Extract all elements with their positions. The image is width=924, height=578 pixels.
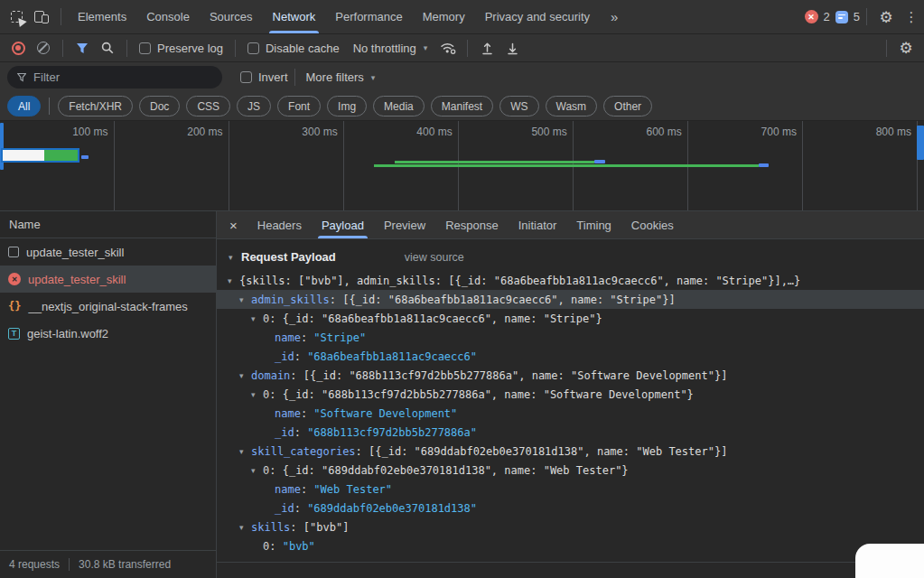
device-toolbar-button[interactable]	[29, 5, 54, 30]
view-source-link[interactable]: view source	[405, 251, 464, 264]
issues-badge-icon[interactable]	[835, 11, 848, 23]
error-badge-icon[interactable]: ✕	[805, 10, 818, 23]
network-settings-button[interactable]: ⚙	[893, 35, 919, 61]
waterfall-blue-tip	[759, 163, 769, 167]
main-menu-button[interactable]: ⋮	[899, 5, 924, 30]
chip-manifest[interactable]: Manifest	[431, 96, 493, 117]
network-conditions-button[interactable]	[435, 35, 461, 61]
payload-tree-row[interactable]: ▾0: {_id: "689ddabf02eb0e370181d138", na…	[217, 461, 924, 480]
throttling-select[interactable]: No throttling ▾	[345, 42, 436, 55]
tab-elements[interactable]: Elements	[68, 0, 136, 33]
payload-tree-row[interactable]: ▾skill_categories: [{_id: "689ddabf02eb0…	[217, 442, 924, 461]
payload-tree-row[interactable]: ▾{skills: ["bvb"], admin_skills: [{_id: …	[217, 271, 924, 290]
payload-tree-row[interactable]: ▾0: {_id: "68a6beafbb1a811ac9caecc6", na…	[217, 309, 924, 328]
request-row[interactable]: Tgeist-latin.woff2	[0, 320, 216, 347]
chip-all[interactable]: All	[7, 96, 41, 117]
clear-network-log-button[interactable]	[31, 35, 56, 61]
overview-right-handle[interactable]	[917, 126, 924, 160]
detail-tab-timing[interactable]: Timing	[566, 211, 621, 238]
triangle-expander-icon[interactable]: ▾	[251, 466, 263, 475]
network-overview[interactable]: 100 ms200 ms300 ms400 ms500 ms600 ms700 …	[0, 121, 924, 211]
requests-panel: Name update_tester_skill✕update_tester_s…	[0, 211, 217, 578]
invert-checkbox[interactable]	[240, 71, 252, 83]
kebab-menu-icon: ⋮	[905, 9, 919, 25]
xhr-request-icon	[8, 247, 19, 257]
detail-tab-response[interactable]: Response	[435, 211, 509, 238]
triangle-expander-icon[interactable]: ▾	[251, 390, 263, 399]
tab-performance[interactable]: Performance	[325, 0, 412, 33]
waterfall-selected-bar	[1, 148, 79, 163]
payload-tree-row[interactable]: _id: "688b113cf97d2bb5b277886a"	[217, 423, 924, 442]
detail-tab-payload[interactable]: Payload	[312, 211, 374, 238]
search-button[interactable]	[95, 35, 120, 61]
tab-sources[interactable]: Sources	[200, 0, 263, 33]
name-column-label: Name	[9, 218, 41, 231]
payload-tree-row[interactable]: name: "Software Development"	[217, 404, 924, 423]
payload-tree-row[interactable]: name: "Web Tester"	[217, 480, 924, 499]
request-row[interactable]: ✕update_tester_skill	[0, 266, 216, 293]
export-har-button[interactable]	[499, 35, 525, 61]
tab-privacy-and-security[interactable]: Privacy and security	[475, 0, 600, 33]
payload-tree-row[interactable]: ▾admin_skills: [{_id: "68a6beafbb1a811ac…	[217, 290, 924, 309]
close-details-button[interactable]: ×	[224, 211, 247, 238]
name-column-header[interactable]: Name	[0, 211, 216, 238]
tab-memory[interactable]: Memory	[413, 0, 475, 33]
toolbar-divider	[467, 40, 468, 57]
overview-left-handle[interactable]	[0, 123, 4, 170]
triangle-expander-icon[interactable]: ▾	[239, 447, 251, 456]
more-tabs-button[interactable]: »	[600, 9, 629, 24]
filter-toggle-button[interactable]	[70, 35, 95, 61]
request-row[interactable]: update_tester_skill	[0, 238, 216, 266]
payload-tree-row[interactable]: 0: "bvb"	[217, 536, 924, 555]
payload-tree-row[interactable]: name: "Stripe"	[217, 328, 924, 347]
payload-tree-row[interactable]: ▾domain: [{_id: "688b113cf97d2bb5b277886…	[217, 366, 924, 385]
chip-ws[interactable]: WS	[499, 96, 538, 117]
triangle-expander-icon[interactable]: ▾	[228, 276, 239, 285]
triangle-expander-icon[interactable]: ▾	[239, 295, 251, 304]
detail-tab-headers[interactable]: Headers	[247, 211, 312, 238]
triangle-expander-icon: ▾	[229, 253, 241, 262]
payload-tree-row[interactable]: ▾skills: ["bvb"]	[217, 517, 924, 536]
tree-segment-string: "688b113cf97d2bb5b277886a"	[307, 426, 477, 439]
import-har-button[interactable]	[474, 35, 499, 61]
chip-doc[interactable]: Doc	[139, 96, 180, 117]
chip-css[interactable]: CSS	[186, 96, 230, 117]
tree-segment-plain: : {_id: "689ddabf02eb0e370181d138", name…	[269, 464, 628, 477]
request-name: update_tester_skill	[28, 273, 126, 286]
overview-time-label: 600 ms	[647, 126, 682, 138]
tree-segment-string: "Stripe"	[313, 331, 366, 344]
upload-icon	[481, 42, 494, 55]
cursor-arrow-icon	[14, 15, 26, 27]
preserve-log-checkbox[interactable]	[139, 42, 151, 54]
request-payload-header[interactable]: ▾ Request Payload view source	[217, 239, 924, 268]
chip-font[interactable]: Font	[277, 96, 321, 117]
filter-input[interactable]	[33, 70, 212, 84]
triangle-expander-icon[interactable]: ▾	[239, 371, 251, 380]
chip-js[interactable]: JS	[237, 96, 271, 117]
overlay-popup	[855, 544, 924, 578]
record-network-log-button[interactable]	[5, 35, 31, 61]
chip-fetch-xhr[interactable]: Fetch/XHR	[58, 96, 133, 117]
disable-cache-label: Disable cache	[266, 42, 340, 55]
triangle-expander-icon[interactable]: ▾	[239, 523, 251, 532]
chip-wasm[interactable]: Wasm	[546, 96, 598, 117]
chip-img[interactable]: Img	[327, 96, 367, 117]
payload-tree-row[interactable]: _id: "68a6beafbb1a811ac9caecc6"	[217, 347, 924, 366]
detail-tab-preview[interactable]: Preview	[374, 211, 435, 238]
chip-other[interactable]: Other	[603, 96, 652, 117]
overview-time-label: 800 ms	[876, 126, 911, 138]
payload-tree-row[interactable]: ▾0: {_id: "688b113cf97d2bb5b277886a", na…	[217, 385, 924, 404]
tab-network[interactable]: Network	[263, 0, 326, 33]
tab-console[interactable]: Console	[136, 0, 200, 33]
request-row[interactable]: {}__nextjs_original-stack-frames	[0, 293, 216, 320]
disable-cache-checkbox[interactable]	[247, 42, 259, 54]
more-filters-dropdown[interactable]: More filters ▾	[302, 70, 380, 84]
payload-tree-row[interactable]: _id: "689ddabf02eb0e370181d138"	[217, 499, 924, 517]
detail-tab-cookies[interactable]: Cookies	[621, 211, 684, 238]
inspect-element-button[interactable]	[4, 5, 29, 30]
triangle-expander-icon[interactable]: ▾	[251, 314, 263, 323]
disable-cache-group: Disable cache	[242, 42, 345, 55]
detail-tab-initiator[interactable]: Initiator	[509, 211, 567, 238]
settings-button[interactable]: ⚙	[873, 5, 899, 30]
chip-media[interactable]: Media	[373, 96, 425, 117]
